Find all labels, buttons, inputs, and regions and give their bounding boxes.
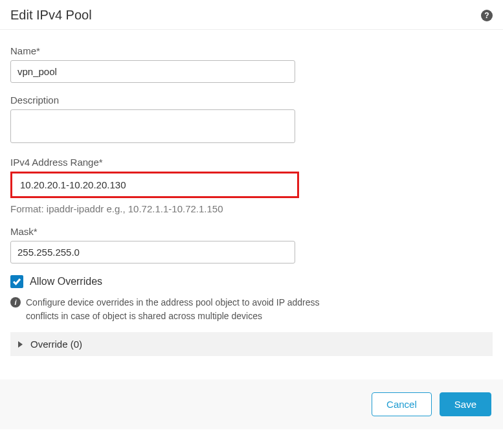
field-ipv4-range: IPv4 Address Range* Format: ipaddr-ipadd… (10, 157, 493, 214)
mask-input[interactable] (10, 241, 295, 263)
name-label: Name* (10, 45, 493, 56)
allow-overrides-label: Allow Overrides (30, 276, 102, 287)
range-label: IPv4 Address Range* (10, 157, 493, 168)
form-body: Name* Description IPv4 Address Range* Fo… (0, 30, 503, 366)
caret-right-icon (18, 341, 23, 348)
dialog-title: Edit IPv4 Pool (10, 8, 92, 23)
mask-label: Mask* (10, 226, 493, 237)
override-info-text: Configure device overrides in the addres… (26, 296, 350, 323)
field-name: Name* (10, 45, 493, 83)
dialog-header: Edit IPv4 Pool ? (0, 0, 503, 30)
override-info-row: i Configure device overrides in the addr… (10, 296, 493, 323)
help-icon[interactable]: ? (481, 10, 493, 21)
field-mask: Mask* (10, 226, 493, 263)
range-highlight-box (10, 172, 299, 198)
field-description: Description (10, 95, 493, 145)
description-input[interactable] (10, 109, 295, 143)
range-input[interactable] (12, 174, 297, 196)
dialog-footer: Cancel Save (0, 379, 503, 429)
info-icon: i (10, 297, 21, 308)
description-label: Description (10, 95, 493, 106)
name-input[interactable] (10, 60, 295, 83)
range-hint: Format: ipaddr-ipaddr e.g., 10.72.1.1-10… (10, 203, 493, 214)
override-section-toggle[interactable]: Override (0) (10, 332, 493, 356)
save-button[interactable]: Save (440, 392, 491, 416)
cancel-button[interactable]: Cancel (372, 392, 432, 416)
override-section-label: Override (0) (30, 339, 82, 350)
allow-overrides-checkbox[interactable] (10, 275, 23, 288)
allow-overrides-row: Allow Overrides (10, 275, 493, 288)
